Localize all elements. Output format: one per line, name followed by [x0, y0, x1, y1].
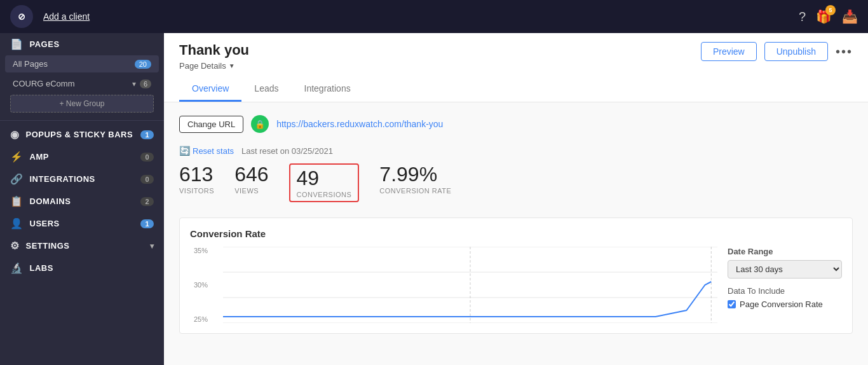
integrations-label: INTEGRATIONS	[30, 174, 95, 184]
tab-leads-label: Leads	[254, 83, 278, 93]
content-body: Change URL 🔒 https://backers.reduxwatch.…	[164, 102, 868, 365]
help-icon-btn[interactable]: ?	[799, 10, 806, 24]
popups-label: POPUPS & STICKY BARS	[26, 130, 133, 139]
views-value: 646	[234, 163, 268, 186]
conversion-rate-value: 7.99%	[379, 163, 451, 186]
reset-stats-button[interactable]: 🔄 Reset stats	[179, 146, 234, 156]
labs-icon: 🔬	[10, 262, 24, 274]
pages-icon: 📄	[10, 38, 24, 50]
lock-icon: 🔒	[255, 120, 265, 129]
page-details-label: Page Details	[179, 61, 226, 71]
new-group-button[interactable]: + New Group	[10, 95, 154, 113]
chart-y-labels: 35% 30% 25%	[190, 247, 213, 323]
amp-icon: ⚡	[10, 151, 24, 163]
sidebar-item-labs[interactable]: 🔬 LABS	[0, 257, 164, 279]
data-include-label: Data To Include	[728, 286, 842, 296]
chart-grid	[223, 247, 717, 323]
sidebar-item-settings[interactable]: ⚙ SETTINGS ▾	[0, 235, 164, 257]
tabs: Overview Leads Integrations	[179, 77, 853, 102]
more-icon: •••	[836, 45, 853, 59]
date-range-label: Date Range	[728, 247, 842, 256]
chart-side-panel: Date Range Last 7 days Last 30 days Last…	[728, 247, 842, 323]
y-label-30: 30%	[190, 281, 208, 289]
popups-icon: ◉	[10, 128, 20, 141]
logo-icon: ⊘	[18, 11, 25, 22]
tab-leads[interactable]: Leads	[241, 77, 291, 102]
help-icon: ?	[799, 10, 806, 24]
inbox-icon-btn[interactable]: 📥	[842, 9, 858, 24]
chart-section: Conversion Rate 35% 30% 25%	[179, 217, 853, 334]
sidebar-item-popups[interactable]: ◉ POPUPS & STICKY BARS 1	[0, 123, 164, 146]
url-lock-icon: 🔒	[251, 115, 269, 133]
main-layout: 📄 PAGES All Pages 20 COURG eComm ▾ 6 + N…	[0, 33, 868, 365]
stats-header: 🔄 Reset stats Last reset on 03/25/2021	[179, 146, 853, 156]
page-title-area: Thank you Page Details ▼	[179, 42, 249, 71]
courg-ecomm-label: COURG eComm	[13, 79, 75, 88]
sidebar-item-courg-ecomm[interactable]: COURG eComm ▾ 6	[5, 75, 159, 92]
unpublish-button[interactable]: Unpublish	[764, 42, 828, 61]
sidebar-item-all-pages[interactable]: All Pages 20	[5, 55, 159, 72]
courg-ecomm-count: 6	[140, 79, 151, 88]
change-url-button[interactable]: Change URL	[179, 116, 243, 133]
page-header: Thank you Page Details ▼ Preview Unpubli…	[164, 33, 868, 102]
all-pages-count: 20	[135, 60, 151, 69]
amp-count: 0	[140, 153, 154, 162]
sidebar-divider-1	[0, 120, 164, 121]
settings-arrow-icon: ▾	[150, 242, 154, 251]
add-client-link[interactable]: Add a client	[43, 11, 90, 22]
tab-overview-label: Overview	[192, 83, 229, 93]
domains-icon: 📋	[10, 195, 24, 207]
gift-badge: 5	[825, 5, 836, 15]
inbox-icon: 📥	[842, 10, 858, 24]
visitors-label: VISITORS	[179, 187, 214, 195]
conversions-value: 49	[297, 167, 352, 189]
sidebar-item-users[interactable]: 👤 USERS 1	[0, 212, 164, 235]
stats-row: 613 VISITORS 646 VIEWS 49 CONVERSIONS 7.…	[179, 163, 853, 202]
topbar-icons: ? 🎁 5 📥	[799, 9, 858, 24]
conversion-rate-label: CONVERSION RATE	[379, 187, 451, 195]
page-conversion-rate-checkbox[interactable]	[728, 300, 736, 308]
page-header-top: Thank you Page Details ▼ Preview Unpubli…	[179, 42, 853, 71]
sidebar-pages-header[interactable]: 📄 PAGES	[0, 33, 164, 55]
integrations-icon: 🔗	[10, 173, 24, 185]
users-label: USERS	[30, 219, 60, 228]
stat-visitors: 613 VISITORS	[179, 163, 214, 202]
sidebar-item-integrations[interactable]: 🔗 INTEGRATIONS 0	[0, 168, 164, 190]
stat-views: 646 VIEWS	[234, 163, 268, 202]
labs-label: LABS	[30, 263, 53, 273]
popups-count: 1	[140, 130, 154, 139]
domains-count: 2	[140, 197, 154, 206]
courg-expand-icon: ▾	[132, 79, 136, 88]
page-url-link[interactable]: https://backers.reduxwatch.com/thank-you	[276, 119, 443, 129]
page-details-arrow-icon: ▼	[229, 62, 235, 69]
url-row: Change URL 🔒 https://backers.reduxwatch.…	[179, 115, 853, 133]
y-label-25: 25%	[190, 315, 208, 323]
last-reset-text: Last reset on 03/25/2021	[241, 146, 333, 156]
more-options-button[interactable]: •••	[836, 45, 853, 59]
date-range-select[interactable]: Last 7 days Last 30 days Last 90 days Al…	[728, 260, 842, 279]
content-area: Thank you Page Details ▼ Preview Unpubli…	[164, 33, 868, 365]
sidebar: 📄 PAGES All Pages 20 COURG eComm ▾ 6 + N…	[0, 33, 164, 365]
visitors-value: 613	[179, 163, 214, 186]
topbar: ⊘ Add a client ? 🎁 5 📥	[0, 0, 868, 33]
stat-conversions: 49 CONVERSIONS	[289, 163, 360, 202]
all-pages-label: All Pages	[13, 59, 48, 69]
tab-integrations[interactable]: Integrations	[292, 77, 363, 102]
conversions-label: CONVERSIONS	[297, 191, 352, 198]
integrations-count: 0	[140, 175, 154, 184]
page-details-link[interactable]: Page Details ▼	[179, 61, 249, 71]
sidebar-item-amp[interactable]: ⚡ AMP 0	[0, 146, 164, 168]
users-count: 1	[140, 219, 154, 228]
chart-area: 35% 30% 25%	[190, 247, 842, 323]
page-conversion-rate-row: Page Conversion Rate	[728, 300, 842, 309]
logo[interactable]: ⊘	[10, 5, 33, 28]
tab-overview[interactable]: Overview	[179, 77, 241, 102]
reset-icon: 🔄	[179, 146, 190, 156]
gift-icon-btn[interactable]: 🎁 5	[816, 9, 832, 24]
settings-icon: ⚙	[10, 240, 20, 252]
sidebar-item-domains[interactable]: 📋 DOMAINS 2	[0, 190, 164, 212]
stat-conversion-rate: 7.99% CONVERSION RATE	[379, 163, 451, 202]
preview-button[interactable]: Preview	[701, 42, 757, 61]
page-conversion-rate-label: Page Conversion Rate	[740, 300, 823, 309]
settings-label: SETTINGS	[26, 241, 70, 251]
